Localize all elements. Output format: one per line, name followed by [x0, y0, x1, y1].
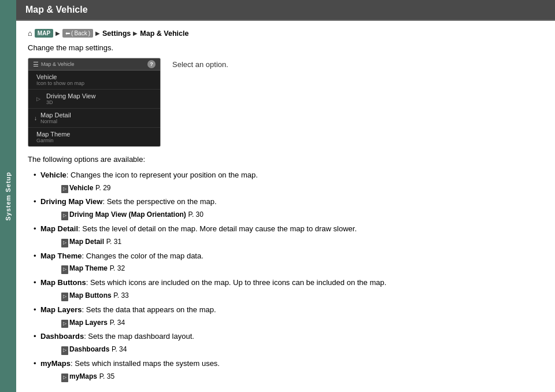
back-label: Back	[74, 30, 87, 36]
ref-icon-dmv: ▷	[61, 212, 68, 220]
ref-icon-mb: ▷	[61, 293, 68, 301]
screen-item-detail-label: Map Detail	[40, 112, 71, 119]
list-item-driving-map-view: Driving Map View: Sets the perspective o…	[34, 196, 543, 221]
option-ml-desc: : Sets the data that appears on the map.	[82, 305, 216, 314]
breadcrumb-arrow-3: ▶	[133, 30, 138, 36]
list-item-vehicle: Vehicle: Changes the icon to represent y…	[34, 169, 543, 194]
ref-mb: ▷Map Buttons P. 33	[40, 290, 543, 302]
option-db-label: Dashboards	[40, 332, 84, 341]
detail-arrow-icon: ↓	[34, 115, 37, 121]
help-button[interactable]: ?	[147, 60, 156, 68]
ref-ml: ▷Map Layers P. 34	[40, 317, 543, 329]
ref-icon-vehicle: ▷	[61, 185, 68, 194]
breadcrumb: ⌂ MAP ▶ ⬅ (Back) ▶ Settings ▶ Map & Vehi…	[28, 29, 543, 38]
option-md-label: Map Detail	[40, 224, 78, 233]
ref-text-mm: myMaps	[69, 372, 97, 380]
screen-item-detail-inner: Map Detail Normal	[40, 112, 71, 124]
screen-item-driving-row: ▷ Driving Map View 3D	[36, 93, 154, 105]
screen-item-map-theme[interactable]: Map Theme Garmin	[28, 128, 160, 146]
ref-page-mm: P. 35	[99, 372, 114, 380]
driving-arrow-icon: ▷	[36, 96, 40, 102]
option-md-desc: : Sets the level of detail on the map. M…	[78, 224, 357, 233]
ref-icon-mm: ▷	[61, 373, 68, 382]
ref-page-db: P. 34	[112, 345, 127, 353]
option-dmv-label: Driving Map View	[40, 197, 102, 206]
option-db-desc: : Sets the map dashboard layout.	[84, 332, 194, 341]
hamburger-icon: ☰	[33, 61, 39, 68]
main-columns: ☰ Map & Vehicle ? Vehicle Icon to show o…	[28, 58, 543, 147]
ref-page-dmv: P. 30	[188, 210, 203, 219]
ref-text-md: Map Detail	[69, 238, 104, 246]
ref-page-md: P. 31	[106, 238, 121, 246]
option-ml-label: Map Layers	[40, 305, 82, 314]
list-item-map-layers: Map Layers: Sets the data that appears o…	[34, 304, 543, 329]
list-item-map-detail: Map Detail: Sets the level of detail on …	[34, 223, 543, 248]
option-mb-label: Map Buttons	[40, 278, 86, 287]
main-content: Map & Vehicle ⌂ MAP ▶ ⬅ (Back) ▶ Setting…	[16, 0, 555, 392]
breadcrumb-current: Map & Vehicle	[140, 29, 188, 38]
back-button[interactable]: ⬅ (Back)	[62, 29, 93, 38]
screen-item-driving-map-view[interactable]: ▷ Driving Map View 3D	[28, 90, 160, 109]
ref-text-mt: Map Theme	[69, 264, 108, 272]
breadcrumb-arrow-1: ▶	[56, 30, 60, 36]
options-ul: Vehicle: Changes the icon to represent y…	[28, 169, 543, 383]
ref-text-dmv: Driving Map View (Map Orientation)	[69, 210, 186, 219]
screen-item-driving-sub: 3D	[46, 99, 95, 105]
screen-item-map-detail[interactable]: ↓ Map Detail Normal	[28, 109, 160, 128]
options-intro: The following options are available:	[28, 154, 543, 166]
page-description: Change the map settings.	[28, 43, 543, 52]
screen-item-theme-sub: Garmin	[36, 138, 154, 143]
list-item-map-buttons: Map Buttons: Sets which icons are includ…	[34, 277, 543, 302]
ref-db: ▷Dashboards P. 34	[40, 343, 543, 356]
option-mt-desc: : Changes the color of the map data.	[82, 252, 204, 260]
screen-item-vehicle[interactable]: Vehicle Icon to show on map	[28, 71, 160, 90]
screen-title-row: ☰ Map & Vehicle	[33, 61, 75, 68]
ref-page-ml: P. 34	[110, 319, 125, 327]
screen-header: ☰ Map & Vehicle ?	[28, 58, 160, 71]
option-vehicle-label: Vehicle	[40, 171, 66, 179]
ref-mt: ▷Map Theme P. 32	[40, 262, 543, 275]
ref-mm: ▷myMaps P. 35	[40, 371, 543, 383]
option-mt-label: Map Theme	[40, 252, 82, 260]
list-item-dashboards: Dashboards: Sets the map dashboard layou…	[34, 331, 543, 356]
ref-icon-ml: ▷	[61, 320, 68, 328]
screen-item-detail-row: ↓ Map Detail Normal	[36, 112, 154, 124]
options-list: The following options are available: Veh…	[28, 154, 543, 385]
option-mm-desc: : Sets which installed maps the system u…	[71, 359, 220, 368]
screen-item-driving-label: Driving Map View	[46, 93, 95, 99]
ref-icon-mt: ▷	[61, 265, 68, 274]
list-item-mymaps: myMaps: Sets which installed maps the sy…	[34, 358, 543, 383]
ref-text-vehicle: Vehicle	[69, 184, 93, 192]
breadcrumb-settings: Settings	[102, 29, 131, 38]
ref-icon-db: ▷	[61, 346, 68, 355]
home-icon: ⌂	[28, 29, 32, 38]
back-icon: ⬅	[65, 30, 70, 36]
ref-vehicle: ▷Vehicle P. 29	[40, 182, 543, 194]
option-mb-desc: : Sets which icons are included on the m…	[86, 278, 387, 287]
map-button[interactable]: MAP	[35, 29, 53, 38]
page-title: Map & Vehicle	[16, 0, 555, 21]
screen-mockup: ☰ Map & Vehicle ? Vehicle Icon to show o…	[28, 58, 161, 147]
ref-text-ml: Map Layers	[69, 319, 108, 327]
content-area: ⌂ MAP ▶ ⬅ (Back) ▶ Settings ▶ Map & Vehi…	[16, 21, 555, 392]
option-vehicle-desc: : Changes the icon to represent your pos…	[66, 171, 258, 179]
ref-page-mb: P. 33	[113, 291, 128, 299]
list-item-map-theme: Map Theme: Changes the color of the map …	[34, 250, 543, 275]
option-dmv-desc: : Sets the perspective on the map.	[102, 197, 216, 206]
screen-item-vehicle-sub: Icon to show on map	[36, 80, 154, 86]
sidebar-label: System Setup	[5, 172, 12, 221]
screen-body: Vehicle Icon to show on map ▷ Driving Ma…	[28, 71, 160, 146]
screen-item-detail-sub: Normal	[40, 119, 71, 124]
screen-item-vehicle-label: Vehicle	[36, 73, 154, 80]
breadcrumb-arrow-2: ▶	[95, 30, 100, 36]
screen-title-text: Map & Vehicle	[41, 61, 75, 67]
ref-icon-md: ▷	[61, 239, 68, 247]
ref-page-vehicle: P. 29	[95, 184, 110, 192]
sidebar: System Setup	[0, 0, 16, 392]
option-mm-label: myMaps	[40, 359, 71, 368]
select-option-text: Select an option.	[172, 58, 228, 147]
ref-md: ▷Map Detail P. 31	[40, 236, 543, 248]
ref-text-db: Dashboards	[69, 345, 109, 353]
screen-item-driving-inner: Driving Map View 3D	[46, 93, 95, 105]
ref-page-mt: P. 32	[110, 264, 125, 272]
